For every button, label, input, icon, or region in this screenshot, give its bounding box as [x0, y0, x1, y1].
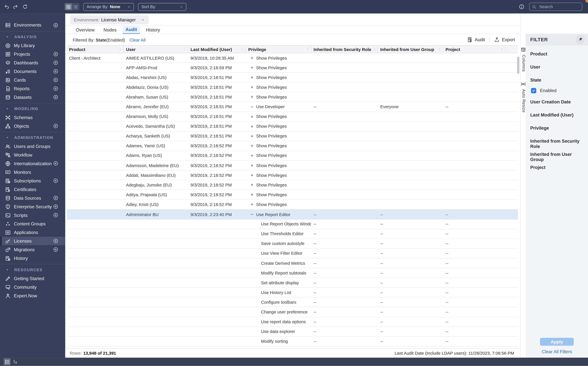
- filter-section-inherited-from-security-role[interactable]: Inherited from Security Role: [530, 139, 583, 145]
- clear-all-link[interactable]: Clear All: [129, 38, 146, 42]
- table-row[interactable]: Adley, Kristi (US)9/3/2019, 2:18:52 PM+S…: [67, 200, 518, 210]
- scrollbar-thumb[interactable]: [517, 57, 519, 74]
- table-row[interactable]: Abdas, Harshini (US)9/3/2019, 2:18:51 PM…: [67, 73, 518, 83]
- collapse-icon[interactable]: −: [250, 212, 254, 217]
- sidebar-item-licenses[interactable]: Licenses: [0, 237, 65, 245]
- expand-icon[interactable]: +: [250, 123, 254, 129]
- table-row[interactable]: Save custom autostyle------: [67, 239, 518, 249]
- sidebar-item-enterprise-security[interactable]: Enterprise Security: [0, 202, 65, 211]
- add-projects-icon[interactable]: [53, 52, 58, 57]
- pin-button[interactable]: [576, 35, 585, 44]
- expand-icon[interactable]: +: [250, 94, 254, 100]
- table-row[interactable]: Use Report Objects Window------: [67, 219, 518, 229]
- table-row[interactable]: Adamsson, Madeleine (EU)9/3/2019, 2:18:5…: [67, 161, 518, 170]
- tab-overview[interactable]: Overview: [73, 25, 97, 34]
- tab-nodes[interactable]: Nodes: [101, 25, 119, 34]
- sidebar-item-applications[interactable]: Applications: [0, 228, 65, 237]
- sidebar-section-analysis[interactable]: ANALYSIS: [0, 33, 65, 40]
- expand-icon[interactable]: +: [250, 153, 254, 159]
- sidebar-item-schemas[interactable]: Schemas: [0, 113, 65, 122]
- expand-icon[interactable]: +: [250, 75, 254, 80]
- table-row[interactable]: Adegbaju, Jumoke (EU)9/3/2019, 2:18:52 P…: [67, 180, 518, 190]
- table-row[interactable]: Aditya, Prajwala (US)9/3/2019, 2:18:52 P…: [67, 190, 518, 200]
- filter-section-state[interactable]: State: [530, 77, 583, 84]
- columns-tab[interactable]: Columns: [521, 55, 526, 72]
- sidebar-section-administration[interactable]: ADMINISTRATION: [0, 134, 65, 141]
- expand-icon[interactable]: +: [250, 55, 254, 61]
- environment-selector[interactable]: Environment: License Manager: [70, 15, 149, 24]
- columns-icon[interactable]: [521, 47, 526, 52]
- auto-resize-tab[interactable]: Auto Resize: [521, 89, 526, 113]
- table-row[interactable]: Use report data options------: [67, 317, 518, 327]
- collapse-icon[interactable]: −: [250, 104, 254, 110]
- clear-all-filters-link[interactable]: Clear All Filters: [526, 349, 588, 354]
- sidebar-item-objects[interactable]: Objects: [0, 122, 65, 130]
- sidebar-item-expert-now[interactable]: Expert.Now: [0, 291, 65, 300]
- sidebar-item-workflow[interactable]: Workflow: [0, 151, 65, 159]
- sidebar-item-dashboards[interactable]: Dashboards: [0, 59, 65, 67]
- bottom-tree-view-button[interactable]: [12, 358, 19, 365]
- table-row[interactable]: Acevedo, Samantha (US)9/3/2019, 2:18:51 …: [67, 122, 518, 131]
- sidebar-item-migrations[interactable]: Migrations: [0, 245, 65, 254]
- sidebar-item-community[interactable]: Community: [0, 283, 65, 291]
- expand-icon[interactable]: +: [250, 114, 254, 119]
- table-row[interactable]: Adams, Ryan (US)9/3/2019, 2:18:52 PM+Sho…: [67, 151, 518, 161]
- checkbox-enabled[interactable]: Enabled: [531, 87, 584, 94]
- checkbox-box[interactable]: [531, 88, 536, 93]
- add-internationalization-icon[interactable]: [53, 161, 58, 166]
- expand-icon[interactable]: +: [250, 202, 254, 207]
- filter-section-user[interactable]: User: [530, 64, 583, 70]
- column-header-last-modified-user[interactable]: Last Modified (User): [188, 46, 246, 53]
- add-scripts-icon[interactable]: [53, 213, 58, 218]
- tab-history[interactable]: History: [143, 25, 163, 34]
- audit-button[interactable]: Audit: [467, 37, 485, 42]
- info-icon[interactable]: [519, 4, 524, 9]
- sort-arrows-icon[interactable]: [183, 47, 186, 51]
- sort-arrows-icon[interactable]: [119, 47, 122, 51]
- table-row[interactable]: Acharya, Sanketh (US)9/3/2019, 2:18:51 P…: [67, 131, 518, 141]
- grid-view-button[interactable]: [65, 3, 72, 10]
- sidebar-item-datasets[interactable]: Datasets: [0, 93, 65, 102]
- expand-icon[interactable]: +: [250, 133, 254, 139]
- column-header-empty[interactable]: [505, 46, 518, 53]
- expand-icon[interactable]: +: [250, 192, 254, 198]
- table-row[interactable]: Use Thresholds Editor------: [67, 229, 518, 239]
- filter-section-project[interactable]: Project: [530, 165, 583, 171]
- sort-arrows-icon[interactable]: [306, 47, 309, 51]
- add-environments-icon[interactable]: [53, 23, 58, 28]
- filter-section-privilege[interactable]: Privilege: [530, 125, 583, 131]
- arrange-by-dropdown[interactable]: Arrange By: None: [83, 3, 134, 11]
- add-documents-icon[interactable]: [53, 69, 58, 74]
- table-row[interactable]: APP-AMSI-Prod9/3/2019, 2:18:59 PM+Show P…: [67, 63, 518, 73]
- table-row[interactable]: Use data explorer------: [67, 327, 518, 336]
- add-enterprise-security-icon[interactable]: [53, 204, 58, 209]
- apply-button[interactable]: Apply: [540, 338, 574, 346]
- sort-arrows-icon[interactable]: [241, 47, 244, 51]
- sidebar-item-subscriptions[interactable]: Subscriptions: [0, 176, 65, 185]
- sidebar-section-modeling[interactable]: MODELING: [0, 105, 65, 112]
- filter-section-last-modified-user[interactable]: Last Modified (User): [530, 112, 583, 118]
- sidebar-item-users-and-groups[interactable]: Users and Groups: [0, 142, 65, 151]
- table-row[interactable]: Change user preference------: [67, 307, 518, 317]
- sidebar-item-certificates[interactable]: Certificates: [0, 185, 65, 194]
- sort-arrows-icon[interactable]: [438, 47, 441, 51]
- undo-icon[interactable]: [4, 4, 9, 9]
- list-view-button[interactable]: [72, 3, 79, 10]
- sidebar-item-internationalization[interactable]: Internationalization: [0, 159, 65, 168]
- column-header-privilege[interactable]: Privilege: [246, 46, 311, 53]
- sidebar-item-data-sources[interactable]: Data Sources: [0, 194, 65, 202]
- table-row[interactable]: Client - ArchitectAIMEE ASTILLERO (US)9/…: [67, 53, 518, 63]
- table-row[interactable]: Abramson, Molly (US)9/3/2019, 2:18:51 PM…: [67, 112, 518, 122]
- table-row[interactable]: Abraham, Susan (US)9/3/2019, 2:18:51 PM+…: [67, 92, 518, 102]
- expand-icon[interactable]: +: [250, 163, 254, 168]
- tab-audit[interactable]: Audit: [123, 25, 140, 34]
- add-datasets-icon[interactable]: [53, 95, 58, 100]
- table-row[interactable]: Administrator BU9/3/2019, 2:23:40 PM−Use…: [67, 210, 518, 219]
- table-row[interactable]: Use View Filter Editor------: [67, 249, 518, 259]
- expand-icon[interactable]: +: [250, 84, 254, 90]
- filter-section-user-creation-date[interactable]: User Creation Date: [530, 99, 583, 105]
- filter-section-inherited-from-user-group[interactable]: Inherited from User Group: [530, 152, 583, 158]
- sidebar-item-content-groups[interactable]: Content Groups: [0, 220, 65, 228]
- sidebar-item-cards[interactable]: Cards: [0, 76, 65, 84]
- sidebar-item-monitors[interactable]: Monitors: [0, 168, 65, 176]
